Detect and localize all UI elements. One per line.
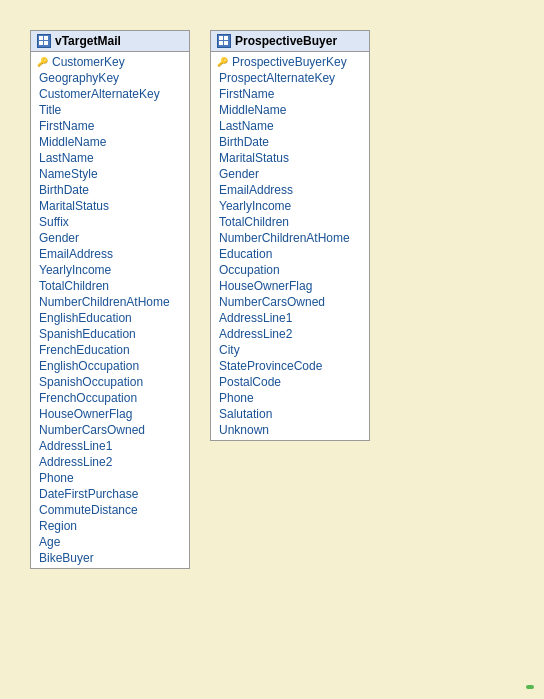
field-name: AddressLine2 bbox=[39, 455, 112, 469]
svg-rect-6 bbox=[219, 41, 223, 45]
field-row[interactable]: MaritalStatus bbox=[31, 198, 189, 214]
field-row[interactable]: FrenchEducation bbox=[31, 342, 189, 358]
field-row[interactable]: HouseOwnerFlag bbox=[31, 406, 189, 422]
field-row[interactable]: FirstName bbox=[31, 118, 189, 134]
field-name: Phone bbox=[39, 471, 74, 485]
field-row[interactable]: Gender bbox=[31, 230, 189, 246]
field-name: MaritalStatus bbox=[39, 199, 109, 213]
field-row[interactable]: MiddleName bbox=[211, 102, 369, 118]
field-row[interactable]: CommuteDistance bbox=[31, 502, 189, 518]
tables-wrapper: vTargetMail🔑CustomerKeyGeographyKeyCusto… bbox=[20, 20, 524, 579]
field-name: Occupation bbox=[219, 263, 280, 277]
field-row[interactable]: NumberChildrenAtHome bbox=[211, 230, 369, 246]
field-name: TotalChildren bbox=[219, 215, 289, 229]
field-row[interactable]: Phone bbox=[31, 470, 189, 486]
field-row[interactable]: EnglishEducation bbox=[31, 310, 189, 326]
field-row[interactable]: NumberChildrenAtHome bbox=[31, 294, 189, 310]
field-row[interactable]: GeographyKey bbox=[31, 70, 189, 86]
field-name: StateProvinceCode bbox=[219, 359, 322, 373]
table-box-ProspectiveBuyer: ProspectiveBuyer🔑ProspectiveBuyerKeyPros… bbox=[210, 30, 370, 441]
field-row[interactable]: FrenchOccupation bbox=[31, 390, 189, 406]
field-row[interactable]: Age bbox=[31, 534, 189, 550]
field-row[interactable]: AddressLine1 bbox=[211, 310, 369, 326]
field-name: FrenchEducation bbox=[39, 343, 130, 357]
field-name: Title bbox=[39, 103, 61, 117]
field-row[interactable]: Education bbox=[211, 246, 369, 262]
field-row[interactable]: BirthDate bbox=[31, 182, 189, 198]
field-row[interactable]: Occupation bbox=[211, 262, 369, 278]
field-row[interactable]: 🔑CustomerKey bbox=[31, 54, 189, 70]
field-row[interactable]: Title bbox=[31, 102, 189, 118]
field-row[interactable]: AddressLine1 bbox=[31, 438, 189, 454]
field-row[interactable]: DateFirstPurchase bbox=[31, 486, 189, 502]
field-row[interactable]: ProspectAlternateKey bbox=[211, 70, 369, 86]
watermark-logo bbox=[526, 685, 534, 689]
field-name: AddressLine1 bbox=[39, 439, 112, 453]
field-row[interactable]: Unknown bbox=[211, 422, 369, 438]
field-row[interactable]: SpanishOccupation bbox=[31, 374, 189, 390]
field-row[interactable]: City bbox=[211, 342, 369, 358]
table-body-vTargetMail: 🔑CustomerKeyGeographyKeyCustomerAlternat… bbox=[31, 52, 189, 568]
field-row[interactable]: Salutation bbox=[211, 406, 369, 422]
table-name-vTargetMail: vTargetMail bbox=[55, 34, 121, 48]
field-row[interactable]: YearlyIncome bbox=[31, 262, 189, 278]
field-name: EnglishEducation bbox=[39, 311, 132, 325]
svg-rect-7 bbox=[224, 41, 228, 45]
field-name: NumberCarsOwned bbox=[39, 423, 145, 437]
field-row[interactable]: TotalChildren bbox=[211, 214, 369, 230]
field-row[interactable]: MiddleName bbox=[31, 134, 189, 150]
field-row[interactable]: PostalCode bbox=[211, 374, 369, 390]
field-name: MaritalStatus bbox=[219, 151, 289, 165]
field-row[interactable]: NumberCarsOwned bbox=[211, 294, 369, 310]
field-row[interactable]: AddressLine2 bbox=[31, 454, 189, 470]
field-row[interactable]: HouseOwnerFlag bbox=[211, 278, 369, 294]
field-name: Suffix bbox=[39, 215, 69, 229]
svg-rect-2 bbox=[39, 41, 43, 45]
field-row[interactable]: BikeBuyer bbox=[31, 550, 189, 566]
field-name: GeographyKey bbox=[39, 71, 119, 85]
field-name: YearlyIncome bbox=[219, 199, 291, 213]
field-name: ProspectAlternateKey bbox=[219, 71, 335, 85]
field-row[interactable]: FirstName bbox=[211, 86, 369, 102]
field-row[interactable]: EmailAddress bbox=[31, 246, 189, 262]
field-row[interactable]: Phone bbox=[211, 390, 369, 406]
field-name: HouseOwnerFlag bbox=[219, 279, 312, 293]
field-row[interactable]: MaritalStatus bbox=[211, 150, 369, 166]
field-row[interactable]: SpanishEducation bbox=[31, 326, 189, 342]
field-row[interactable]: NumberCarsOwned bbox=[31, 422, 189, 438]
field-name: EmailAddress bbox=[39, 247, 113, 261]
field-name: BirthDate bbox=[219, 135, 269, 149]
field-row[interactable]: TotalChildren bbox=[31, 278, 189, 294]
field-name: Gender bbox=[39, 231, 79, 245]
field-row[interactable]: BirthDate bbox=[211, 134, 369, 150]
field-row[interactable]: EnglishOccupation bbox=[31, 358, 189, 374]
field-row[interactable]: Region bbox=[31, 518, 189, 534]
field-row[interactable]: NameStyle bbox=[31, 166, 189, 182]
table-header-ProspectiveBuyer[interactable]: ProspectiveBuyer bbox=[211, 31, 369, 52]
field-name: BikeBuyer bbox=[39, 551, 94, 565]
field-row[interactable]: LastName bbox=[211, 118, 369, 134]
field-row[interactable]: AddressLine2 bbox=[211, 326, 369, 342]
table-header-vTargetMail[interactable]: vTargetMail bbox=[31, 31, 189, 52]
field-row[interactable]: EmailAddress bbox=[211, 182, 369, 198]
key-icon: 🔑 bbox=[37, 57, 48, 67]
field-name: MiddleName bbox=[39, 135, 106, 149]
field-name: CustomerAlternateKey bbox=[39, 87, 160, 101]
field-row[interactable]: Suffix bbox=[31, 214, 189, 230]
field-name: EnglishOccupation bbox=[39, 359, 139, 373]
field-name: Region bbox=[39, 519, 77, 533]
field-row[interactable]: Gender bbox=[211, 166, 369, 182]
svg-rect-0 bbox=[39, 36, 43, 40]
field-name: Education bbox=[219, 247, 272, 261]
field-row[interactable]: StateProvinceCode bbox=[211, 358, 369, 374]
field-row[interactable]: CustomerAlternateKey bbox=[31, 86, 189, 102]
field-name: PostalCode bbox=[219, 375, 281, 389]
field-name: TotalChildren bbox=[39, 279, 109, 293]
field-row[interactable]: YearlyIncome bbox=[211, 198, 369, 214]
field-row[interactable]: 🔑ProspectiveBuyerKey bbox=[211, 54, 369, 70]
field-name: AddressLine2 bbox=[219, 327, 292, 341]
watermark bbox=[526, 685, 534, 689]
field-row[interactable]: LastName bbox=[31, 150, 189, 166]
table-icon-vTargetMail bbox=[37, 34, 51, 48]
field-name: NumberChildrenAtHome bbox=[219, 231, 350, 245]
